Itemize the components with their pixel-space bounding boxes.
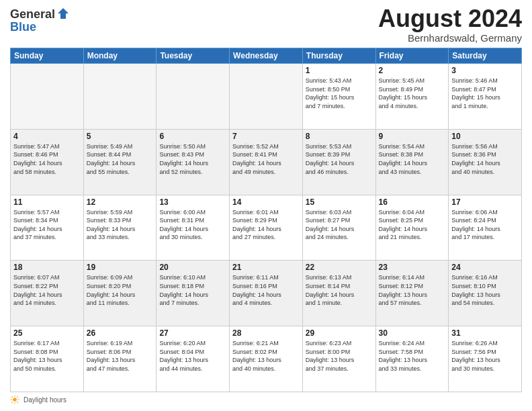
logo-blue-text: Blue — [10, 20, 36, 34]
calendar-cell: 24Sunrise: 6:16 AM Sunset: 8:10 PM Dayli… — [449, 261, 522, 326]
day-number: 21 — [232, 263, 300, 272]
day-info: Sunrise: 6:06 AM Sunset: 8:24 PM Dayligh… — [451, 208, 519, 242]
day-number: 11 — [13, 197, 81, 207]
day-number: 12 — [87, 197, 154, 207]
calendar-cell: 9Sunrise: 5:54 AM Sunset: 8:38 PM Daylig… — [375, 129, 449, 195]
calendar-table: SundayMondayTuesdayWednesdayThursdayFrid… — [10, 48, 522, 392]
calendar-cell — [11, 64, 84, 130]
calendar-cell: 19Sunrise: 6:09 AM Sunset: 8:20 PM Dayli… — [83, 261, 157, 326]
day-info: Sunrise: 6:03 AM Sunset: 8:27 PM Dayligh… — [306, 208, 373, 242]
day-number: 7 — [232, 132, 300, 141]
day-number: 19 — [87, 263, 154, 272]
calendar-cell: 1Sunrise: 5:43 AM Sunset: 8:50 PM Daylig… — [302, 64, 375, 130]
calendar-cell: 29Sunrise: 6:23 AM Sunset: 8:00 PM Dayli… — [302, 326, 375, 392]
day-number: 4 — [13, 132, 81, 141]
day-info: Sunrise: 6:26 AM Sunset: 7:56 PM Dayligh… — [451, 339, 519, 373]
day-info: Sunrise: 6:20 AM Sunset: 8:04 PM Dayligh… — [159, 339, 226, 373]
calendar-cell: 21Sunrise: 6:11 AM Sunset: 8:16 PM Dayli… — [230, 261, 303, 326]
svg-marker-0 — [58, 8, 69, 19]
calendar-week-3: 11Sunrise: 5:57 AM Sunset: 8:34 PM Dayli… — [11, 195, 522, 261]
page: General Blue August 2024 Bernhardswald, … — [0, 0, 532, 411]
calendar-cell: 14Sunrise: 6:01 AM Sunset: 8:29 PM Dayli… — [230, 195, 303, 261]
day-number: 3 — [451, 66, 519, 75]
day-info: Sunrise: 6:07 AM Sunset: 8:22 PM Dayligh… — [13, 273, 81, 307]
day-info: Sunrise: 5:49 AM Sunset: 8:44 PM Dayligh… — [87, 142, 154, 176]
logo-icon — [56, 7, 70, 20]
day-number: 9 — [379, 132, 446, 141]
day-number: 16 — [379, 197, 446, 207]
day-info: Sunrise: 5:53 AM Sunset: 8:39 PM Dayligh… — [306, 142, 373, 176]
day-info: Sunrise: 5:54 AM Sunset: 8:38 PM Dayligh… — [379, 142, 446, 176]
day-number: 29 — [306, 328, 373, 338]
calendar-week-5: 25Sunrise: 6:17 AM Sunset: 8:08 PM Dayli… — [11, 326, 522, 392]
day-number: 25 — [13, 328, 81, 338]
calendar-cell: 13Sunrise: 6:00 AM Sunset: 8:31 PM Dayli… — [157, 195, 230, 261]
calendar-cell: 6Sunrise: 5:50 AM Sunset: 8:43 PM Daylig… — [157, 129, 230, 195]
col-header-friday: Friday — [375, 48, 449, 64]
svg-point-1 — [13, 398, 17, 402]
day-number: 10 — [451, 132, 519, 141]
day-number: 20 — [159, 263, 226, 272]
calendar-cell: 18Sunrise: 6:07 AM Sunset: 8:22 PM Dayli… — [11, 261, 84, 326]
day-info: Sunrise: 6:13 AM Sunset: 8:14 PM Dayligh… — [306, 273, 373, 307]
day-info: Sunrise: 6:09 AM Sunset: 8:20 PM Dayligh… — [87, 273, 154, 307]
footer: Daylight hours — [10, 395, 522, 404]
calendar-cell: 30Sunrise: 6:24 AM Sunset: 7:58 PM Dayli… — [375, 326, 449, 392]
day-info: Sunrise: 5:56 AM Sunset: 8:36 PM Dayligh… — [451, 142, 519, 176]
day-info: Sunrise: 6:11 AM Sunset: 8:16 PM Dayligh… — [232, 273, 300, 307]
day-info: Sunrise: 6:01 AM Sunset: 8:29 PM Dayligh… — [232, 208, 300, 242]
day-info: Sunrise: 5:50 AM Sunset: 8:43 PM Dayligh… — [159, 142, 226, 176]
calendar-cell: 27Sunrise: 6:20 AM Sunset: 8:04 PM Dayli… — [157, 326, 230, 392]
day-number: 5 — [87, 132, 154, 141]
svg-line-9 — [11, 402, 13, 403]
day-info: Sunrise: 5:52 AM Sunset: 8:41 PM Dayligh… — [232, 142, 300, 176]
day-info: Sunrise: 6:10 AM Sunset: 8:18 PM Dayligh… — [159, 273, 226, 307]
sun-icon — [10, 395, 19, 404]
day-info: Sunrise: 6:21 AM Sunset: 8:02 PM Dayligh… — [232, 339, 300, 373]
day-number: 27 — [159, 328, 226, 338]
day-info: Sunrise: 6:23 AM Sunset: 8:00 PM Dayligh… — [306, 339, 373, 373]
day-info: Sunrise: 5:46 AM Sunset: 8:47 PM Dayligh… — [451, 77, 519, 110]
calendar-cell: 4Sunrise: 5:47 AM Sunset: 8:46 PM Daylig… — [11, 129, 84, 195]
day-info: Sunrise: 6:19 AM Sunset: 8:06 PM Dayligh… — [87, 339, 154, 373]
calendar-header-row: SundayMondayTuesdayWednesdayThursdayFrid… — [11, 48, 522, 64]
day-info: Sunrise: 5:43 AM Sunset: 8:50 PM Dayligh… — [306, 77, 373, 110]
day-number: 14 — [232, 197, 300, 207]
logo: General Blue — [10, 7, 70, 34]
calendar-cell: 17Sunrise: 6:06 AM Sunset: 8:24 PM Dayli… — [449, 195, 522, 261]
day-info: Sunrise: 5:59 AM Sunset: 8:33 PM Dayligh… — [87, 208, 154, 242]
day-number: 13 — [159, 197, 226, 207]
month-year: August 2024 — [378, 7, 522, 31]
day-number: 23 — [379, 263, 446, 272]
day-number: 28 — [232, 328, 300, 338]
calendar-week-4: 18Sunrise: 6:07 AM Sunset: 8:22 PM Dayli… — [11, 261, 522, 326]
day-number: 8 — [306, 132, 373, 141]
day-info: Sunrise: 6:16 AM Sunset: 8:10 PM Dayligh… — [451, 273, 519, 307]
calendar-cell: 26Sunrise: 6:19 AM Sunset: 8:06 PM Dayli… — [83, 326, 157, 392]
col-header-saturday: Saturday — [449, 48, 522, 64]
day-info: Sunrise: 5:57 AM Sunset: 8:34 PM Dayligh… — [13, 208, 81, 242]
calendar-cell — [230, 64, 303, 130]
svg-line-7 — [17, 402, 18, 403]
day-info: Sunrise: 5:47 AM Sunset: 8:46 PM Dayligh… — [13, 142, 81, 176]
calendar-cell: 23Sunrise: 6:14 AM Sunset: 8:12 PM Dayli… — [375, 261, 449, 326]
day-info: Sunrise: 6:14 AM Sunset: 8:12 PM Dayligh… — [379, 273, 446, 307]
day-number: 18 — [13, 263, 81, 272]
calendar-cell: 7Sunrise: 5:52 AM Sunset: 8:41 PM Daylig… — [230, 129, 303, 195]
day-number: 1 — [306, 66, 373, 75]
day-info: Sunrise: 6:24 AM Sunset: 7:58 PM Dayligh… — [379, 339, 446, 373]
day-number: 26 — [87, 328, 154, 338]
day-number: 30 — [379, 328, 446, 338]
day-number: 17 — [451, 197, 519, 207]
calendar-cell: 25Sunrise: 6:17 AM Sunset: 8:08 PM Dayli… — [11, 326, 84, 392]
calendar-cell — [83, 64, 157, 130]
calendar-week-2: 4Sunrise: 5:47 AM Sunset: 8:46 PM Daylig… — [11, 129, 522, 195]
day-number: 15 — [306, 197, 373, 207]
day-number: 22 — [306, 263, 373, 272]
calendar-cell: 20Sunrise: 6:10 AM Sunset: 8:18 PM Dayli… — [157, 261, 230, 326]
svg-line-6 — [11, 396, 13, 398]
calendar-cell: 8Sunrise: 5:53 AM Sunset: 8:39 PM Daylig… — [302, 129, 375, 195]
calendar-cell: 5Sunrise: 5:49 AM Sunset: 8:44 PM Daylig… — [83, 129, 157, 195]
calendar-cell: 10Sunrise: 5:56 AM Sunset: 8:36 PM Dayli… — [449, 129, 522, 195]
col-header-tuesday: Tuesday — [157, 48, 230, 64]
